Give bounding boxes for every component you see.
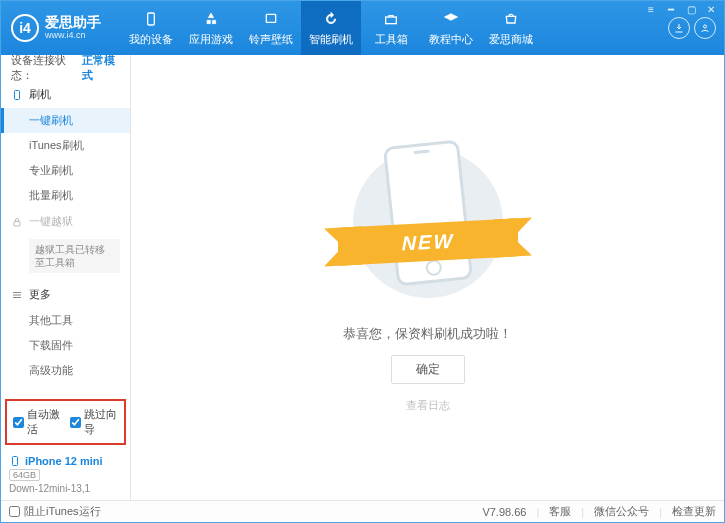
version-label: V7.98.66 xyxy=(482,506,526,518)
titlebar-right xyxy=(668,17,724,39)
svg-rect-2 xyxy=(386,17,397,24)
titlebar: i4 爱思助手 www.i4.cn 我的设备 应用游戏 铃声壁纸 智能刷机 xyxy=(1,1,724,55)
connected-device[interactable]: iPhone 12 mini 64GB Down-12mini-13,1 xyxy=(1,449,130,500)
ribbon-text: NEW xyxy=(401,229,454,255)
nav-label: 智能刷机 xyxy=(309,32,353,47)
nav-smart-flash[interactable]: 智能刷机 xyxy=(301,1,361,55)
svg-rect-4 xyxy=(15,90,20,99)
phone-icon xyxy=(9,455,21,467)
refresh-icon xyxy=(322,10,340,28)
sidebar-item-advanced[interactable]: 高级功能 xyxy=(1,358,130,383)
sidebar-list: 刷机 一键刷机 iTunes刷机 专业刷机 批量刷机 一键越狱 越狱工具已转移至… xyxy=(1,81,130,395)
nav-store[interactable]: 爱思商城 xyxy=(481,1,541,55)
sidebar-head-label: 更多 xyxy=(29,287,51,302)
success-illustration: NEW xyxy=(338,143,518,313)
sidebar-head-label: 刷机 xyxy=(29,87,51,102)
svg-rect-0 xyxy=(148,13,155,25)
nav-label: 工具箱 xyxy=(375,32,408,47)
view-log-link[interactable]: 查看日志 xyxy=(406,398,450,413)
store-icon xyxy=(502,10,520,28)
device-detail: Down-12mini-13,1 xyxy=(9,483,122,494)
nav-ringtone-wallpaper[interactable]: 铃声壁纸 xyxy=(241,1,301,55)
sidebar: 设备连接状态： 正常模式 刷机 一键刷机 iTunes刷机 专业刷机 批量刷机 … xyxy=(1,55,131,500)
checkbox-block-itunes[interactable]: 阻止iTunes运行 xyxy=(9,504,101,519)
device-status: 设备连接状态： 正常模式 xyxy=(1,55,130,81)
sidebar-item-itunes-flash[interactable]: iTunes刷机 xyxy=(1,133,130,158)
svg-point-3 xyxy=(704,25,707,28)
sidebar-item-pro-flash[interactable]: 专业刷机 xyxy=(1,158,130,183)
footer-service[interactable]: 客服 xyxy=(549,504,571,519)
device-storage-badge: 64GB xyxy=(9,469,40,481)
media-icon xyxy=(262,10,280,28)
sidebar-head-jailbreak: 一键越狱 xyxy=(1,208,130,235)
main-nav: 我的设备 应用游戏 铃声壁纸 智能刷机 工具箱 教程中心 xyxy=(121,1,668,55)
nav-toolbox[interactable]: 工具箱 xyxy=(361,1,421,55)
window-controls: ≡ ━ ▢ ✕ xyxy=(644,3,718,15)
close-icon[interactable]: ✕ xyxy=(704,3,718,15)
download-icon[interactable] xyxy=(668,17,690,39)
svg-rect-5 xyxy=(14,221,20,226)
sidebar-item-download-firmware[interactable]: 下载固件 xyxy=(1,333,130,358)
apps-icon xyxy=(202,10,220,28)
nav-label: 铃声壁纸 xyxy=(249,32,293,47)
grad-cap-icon xyxy=(442,10,460,28)
app-logo: i4 爱思助手 www.i4.cn xyxy=(1,14,121,42)
logo-icon: i4 xyxy=(11,14,39,42)
status-label: 设备连接状态： xyxy=(11,53,78,83)
brand-name: 爱思助手 xyxy=(45,15,101,30)
app-window: ≡ ━ ▢ ✕ i4 爱思助手 www.i4.cn 我的设备 应用游戏 铃声壁纸 xyxy=(0,0,725,523)
status-bar: 阻止iTunes运行 V7.98.66 | 客服 | 微信公众号 | 检查更新 xyxy=(1,500,724,522)
lock-icon xyxy=(11,216,23,228)
nav-label: 我的设备 xyxy=(129,32,173,47)
nav-app-games[interactable]: 应用游戏 xyxy=(181,1,241,55)
sidebar-item-other-tools[interactable]: 其他工具 xyxy=(1,308,130,333)
sidebar-head-label: 一键越狱 xyxy=(29,214,73,229)
nav-label: 应用游戏 xyxy=(189,32,233,47)
brand-url: www.i4.cn xyxy=(45,31,101,41)
user-icon[interactable] xyxy=(694,17,716,39)
list-icon xyxy=(11,289,23,301)
sidebar-options: 自动激活 跳过向导 xyxy=(5,399,126,445)
svg-rect-1 xyxy=(266,14,275,22)
minimize-icon[interactable]: ━ xyxy=(664,3,678,15)
nav-label: 教程中心 xyxy=(429,32,473,47)
success-message: 恭喜您，保资料刷机成功啦！ xyxy=(343,325,512,343)
phone-icon xyxy=(142,10,160,28)
nav-label: 爱思商城 xyxy=(489,32,533,47)
maximize-icon[interactable]: ▢ xyxy=(684,3,698,15)
ok-button[interactable]: 确定 xyxy=(391,355,465,384)
phone-icon xyxy=(11,89,23,101)
sidebar-item-batch-flash[interactable]: 批量刷机 xyxy=(1,183,130,208)
footer-check-update[interactable]: 检查更新 xyxy=(672,504,716,519)
status-value: 正常模式 xyxy=(82,53,120,83)
footer-wechat[interactable]: 微信公众号 xyxy=(594,504,649,519)
device-name-label: iPhone 12 mini xyxy=(25,455,103,467)
toolbox-icon xyxy=(382,10,400,28)
svg-rect-6 xyxy=(13,457,18,466)
jailbreak-note: 越狱工具已转移至工具箱 xyxy=(29,239,120,273)
main-content: NEW 恭喜您，保资料刷机成功啦！ 确定 查看日志 xyxy=(131,55,724,500)
sidebar-item-onekey-flash[interactable]: 一键刷机 xyxy=(1,108,130,133)
checkbox-auto-activate[interactable]: 自动激活 xyxy=(13,407,62,437)
nav-my-device[interactable]: 我的设备 xyxy=(121,1,181,55)
nav-tutorials[interactable]: 教程中心 xyxy=(421,1,481,55)
sidebar-head-flash[interactable]: 刷机 xyxy=(1,81,130,108)
checkbox-skip-guide[interactable]: 跳过向导 xyxy=(70,407,119,437)
body: 设备连接状态： 正常模式 刷机 一键刷机 iTunes刷机 专业刷机 批量刷机 … xyxy=(1,55,724,500)
menu-icon[interactable]: ≡ xyxy=(644,3,658,15)
sidebar-head-more[interactable]: 更多 xyxy=(1,281,130,308)
